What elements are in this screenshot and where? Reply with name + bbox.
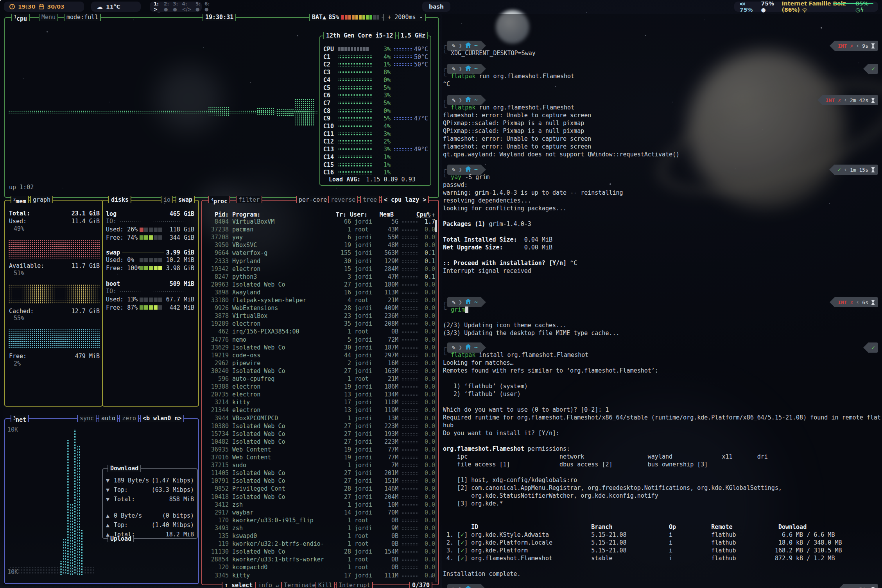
process-row[interactable]: 3950VBoxSVC19jordi48M0.0 — [206, 242, 435, 249]
core-row: C80% — [323, 108, 428, 115]
mem-entry-name: Cached: — [9, 308, 34, 315]
process-row[interactable]: 10380Isolated Web Co27jordi223M0.0 — [206, 423, 435, 430]
workspace-button[interactable]: 4: </> — [182, 1, 192, 12]
proc-info-control[interactable]: info ↵ — [255, 582, 282, 588]
weather-module[interactable]: ☁ 11°C — [91, 2, 141, 12]
scroll-down-indicator[interactable]: ↓ — [430, 572, 434, 579]
mode-toggle[interactable]: mode:full — [64, 14, 101, 21]
process-row[interactable]: 28854kworker/u33:1-btrfs-worker1root0B0.… — [206, 556, 435, 563]
process-threads: 1 — [338, 564, 351, 571]
process-row[interactable]: 8247python33jordi47M0.1 — [206, 273, 435, 281]
sort-direction-icon[interactable]: ↑ — [430, 211, 435, 219]
net-interface-selector[interactable]: <b wlan0 n> — [140, 415, 184, 422]
proc-interrupt-control[interactable]: Interrupt — [336, 582, 373, 588]
poll-interval[interactable]: + 2000ms - — [387, 14, 423, 21]
process-row[interactable]: 20735electron13jordi134M0.0 — [206, 391, 435, 398]
process-row[interactable]: 19219code-oss44jordi297M0.0 — [206, 352, 435, 359]
network-module[interactable]: Internet Famille Bolz (86%) — [782, 0, 850, 13]
process-row[interactable]: 21344electron13jordi119M0.0 — [206, 407, 435, 414]
workspace-button[interactable]: 1: >_ — [154, 1, 160, 12]
proc-sort-selector[interactable]: < cpu lazy > — [381, 196, 429, 203]
menu-button[interactable]: Menu — [39, 14, 58, 21]
process-row[interactable]: 30240Isolated Web Co27jordi163M0.0 — [206, 368, 435, 375]
proc-tree-tab[interactable]: tree — [360, 196, 380, 203]
meter-block — [144, 305, 148, 310]
mem-graph-tab[interactable]: graph — [30, 196, 53, 203]
process-row[interactable]: 462irq/156-PIXA3854:001root0B0.0 — [206, 328, 435, 335]
process-row[interactable]: 3493zsh1jordi9M0.0 — [206, 525, 435, 532]
proc-terminate-control[interactable]: Terminate — [281, 582, 318, 588]
process-user: jordi — [351, 218, 378, 226]
process-row[interactable]: 3345kitty17jordi111M0.0 — [206, 572, 435, 579]
disks-io-tab[interactable]: io — [161, 196, 173, 203]
process-row[interactable]: 36935Web Content19jordi77M0.0 — [206, 446, 435, 454]
brightness-module[interactable]: 75% ● — [761, 0, 775, 13]
process-row[interactable]: 119kworker/u32:2-btrfs-endio-1root0B0.0 — [206, 540, 435, 548]
process-row[interactable]: 33180flatpak-system-helper4root21M0.0 — [206, 297, 435, 304]
proc-scrollbar[interactable] — [435, 220, 437, 582]
terminal-window[interactable]: ┌✎❯~└ XDG_CURRENT_DESKTOP=SwayINT ✗‹9s┌✎… — [442, 14, 882, 588]
volume-module[interactable]: 75% — [740, 0, 755, 13]
workspace-button[interactable]: 3: ● — [173, 1, 178, 12]
process-row[interactable]: 8404VirtualBoxVM66jordi5G1.7 — [206, 218, 435, 226]
process-row[interactable]: 2333Hyprland30jordi129M0.1 — [206, 258, 435, 265]
workspace-button[interactable]: 6: ● — [204, 1, 210, 12]
process-row[interactable]: 3412zsh1jordi10M0.0 — [206, 501, 435, 509]
process-row[interactable]: 19388electron19jordi186M0.0 — [206, 383, 435, 391]
battery-module[interactable]: 85% ◷ϟ — [855, 0, 873, 13]
proc-reverse-tab[interactable]: reverse — [328, 196, 358, 203]
process-row[interactable]: 120kcompactd01root0B0.0 — [206, 564, 435, 571]
process-name: yay — [229, 234, 338, 241]
process-row[interactable]: 33629Isolated Web Co30jordi187M0.0 — [206, 344, 435, 351]
proc-panel-title[interactable]: 4proc — [208, 196, 230, 203]
process-row[interactable]: 10791Isolated Web Co27jordi151M0.0 — [206, 477, 435, 485]
process-row[interactable]: 170kworker/u33:0-i915_flip1root0B0.0 — [206, 517, 435, 524]
process-row[interactable]: 37215sudo1jordi7M0.0 — [206, 462, 435, 469]
process-row[interactable]: 9926WebExtensions28jordi409M0.0 — [206, 305, 435, 312]
workspace-button[interactable]: 2: ● — [164, 1, 169, 12]
cpu-panel-title[interactable]: 1cpu — [11, 14, 30, 21]
process-row[interactable]: 135kswapd01root0B0.0 — [206, 532, 435, 540]
process-row[interactable]: 37016Web Content19jordi77M0.0 — [206, 454, 435, 461]
proc-filter-tab[interactable]: filter — [236, 196, 262, 203]
process-row[interactable]: 37238pacman1root43M0.0 — [206, 226, 435, 233]
process-row[interactable]: 11130Isolated Web Co28jordi154M0.0 — [206, 548, 435, 556]
process-row[interactable]: 10482Isolated Web Co27jordi223M0.0 — [206, 438, 435, 446]
process-row[interactable]: 2917waybar14jordi70M0.0 — [206, 509, 435, 516]
process-row[interactable]: 596auto-cpufreq1root21M0.0 — [206, 375, 435, 383]
process-row[interactable]: 3878VirtualBox23jordi236M0.0 — [206, 312, 435, 320]
proc-kill-control[interactable]: Kill — [316, 582, 335, 588]
proc-percore-tab[interactable]: per-core — [296, 196, 330, 203]
process-row[interactable]: 15734Isolated Web Co27jordi193M0.0 — [206, 430, 435, 438]
home-path: ~ — [474, 299, 478, 306]
process-row[interactable]: 19289electron35jordi208M0.0 — [206, 320, 435, 328]
workspace-button[interactable]: 5: ● — [195, 1, 201, 12]
sort-column[interactable]: Cpu% — [415, 211, 430, 219]
process-row[interactable]: 2962pipewire2jordi16M0.0 — [206, 360, 435, 367]
process-row[interactable]: 20963Isolated Web Co27jordi180M0.0 — [206, 281, 435, 289]
core-history-graph — [338, 170, 373, 174]
process-row[interactable]: 3214kitty17jordi118M0.0 — [206, 399, 435, 406]
net-zero-tab[interactable]: zero — [119, 415, 139, 422]
disks-swap-tab[interactable]: swap — [176, 196, 195, 203]
process-row[interactable]: 9664waterfox-g155jordi563M0.1 — [206, 249, 435, 257]
process-row[interactable]: 3898Xwayland16jordi113M0.0 — [206, 289, 435, 296]
process-row[interactable]: 19342electron15jordi284M0.0 — [206, 265, 435, 273]
mem-panel-title[interactable]: 2mem — [11, 196, 29, 203]
process-row[interactable]: 37208yay6jordi55M0.0 — [206, 234, 435, 241]
process-row[interactable]: 10418Isolated Web Co27jordi204M0.0 — [206, 493, 435, 501]
process-pid: 20963 — [206, 281, 229, 289]
core-usage-pct: 0% — [374, 108, 391, 115]
clock-date-module[interactable]: 19:30 30/03 — [4, 2, 84, 12]
process-pid: 2333 — [206, 258, 229, 265]
process-cpu-graph — [402, 315, 419, 317]
process-row[interactable]: 11405Isolated Web Co27jordi201M0.0 — [206, 470, 435, 477]
net-sync-tab[interactable]: sync — [77, 415, 97, 422]
net-auto-tab[interactable]: auto — [99, 415, 118, 422]
net-panel-title[interactable]: 3net — [11, 415, 29, 422]
process-row[interactable]: 9852Privileged Cont28jordi146M0.0 — [206, 485, 435, 493]
process-row[interactable]: 34776nemo5jordi72M0.0 — [206, 336, 435, 344]
proc-scrollbar-thumb[interactable] — [435, 220, 437, 232]
process-row[interactable]: 3944VBoxXPCOMIPCD1jordi13M0.0 — [206, 415, 435, 422]
disks-panel-title[interactable]: disks — [108, 196, 131, 203]
